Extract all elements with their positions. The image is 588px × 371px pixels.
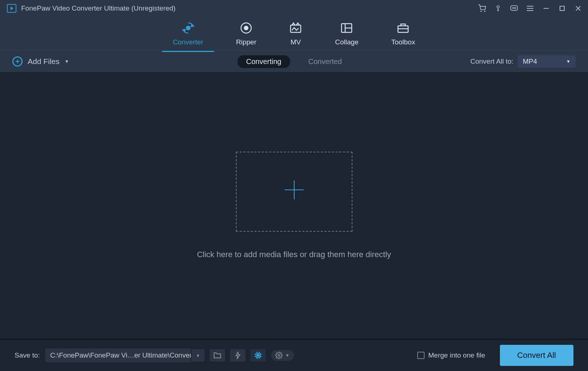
add-files-label: Add Files	[28, 57, 60, 66]
tab-mv[interactable]: MV	[289, 21, 302, 46]
title-bar: FonePaw Video Converter Ultimate (Unregi…	[0, 0, 588, 17]
add-files-button[interactable]: + Add Files ▼	[12, 56, 69, 67]
app-title: FonePaw Video Converter Ultimate (Unregi…	[21, 4, 478, 12]
svg-marker-19	[191, 24, 194, 27]
key-icon[interactable]	[494, 4, 502, 12]
drop-text: Click here to add media files or drag th…	[197, 250, 391, 259]
converter-icon	[182, 21, 195, 35]
svg-point-2	[481, 11, 481, 12]
chevron-down-icon: ▼	[196, 353, 200, 358]
ripper-icon	[240, 21, 253, 35]
bottom-bar: Save to: C:\FonePaw\FonePaw Vi…er Ultima…	[0, 339, 588, 371]
main-tabs: Converter Ripper MV Collage	[0, 17, 588, 51]
svg-point-8	[512, 8, 513, 8]
svg-point-9	[514, 8, 514, 8]
svg-point-22	[244, 26, 248, 30]
app-logo-icon	[6, 3, 17, 14]
menu-icon[interactable]	[526, 4, 534, 12]
svg-point-3	[484, 11, 485, 12]
convert-all-button[interactable]: Convert All	[500, 345, 573, 366]
hw-accel-button[interactable]	[250, 349, 266, 362]
tab-collage-label: Collage	[335, 38, 358, 46]
plus-icon	[283, 178, 306, 205]
converted-pill[interactable]: Converted	[300, 55, 351, 68]
svg-point-18	[186, 26, 190, 30]
svg-rect-15	[560, 6, 564, 11]
merge-label: Merge into one file	[428, 351, 485, 359]
svg-marker-20	[183, 29, 185, 32]
dropzone[interactable]	[236, 152, 352, 232]
tab-ripper-label: Ripper	[236, 38, 256, 46]
svg-point-4	[497, 6, 500, 8]
tab-collage[interactable]: Collage	[335, 21, 358, 46]
save-to-label: Save to:	[15, 351, 40, 359]
checkbox-icon	[417, 352, 425, 359]
svg-marker-1	[11, 7, 13, 10]
close-icon[interactable]	[574, 4, 582, 12]
cart-icon[interactable]	[478, 4, 486, 12]
svg-marker-31	[236, 352, 240, 359]
tab-ripper[interactable]: Ripper	[236, 21, 256, 46]
tab-toolbox-label: Toolbox	[391, 38, 415, 46]
minimize-icon[interactable]	[542, 4, 550, 12]
format-value: MP4	[523, 57, 537, 65]
convert-all-to-label: Convert All to:	[470, 57, 513, 65]
convert-all-to: Convert All to: MP4 ▼	[470, 55, 576, 68]
feedback-icon[interactable]	[510, 4, 518, 12]
gear-icon	[275, 352, 283, 359]
lightning-off-button[interactable]	[230, 349, 245, 362]
sub-toolbar: + Add Files ▼ Converting Converted Conve…	[0, 51, 588, 72]
toolbox-icon	[396, 21, 410, 35]
settings-button[interactable]: ▼	[271, 350, 294, 361]
content-area: Click here to add media files or drag th…	[0, 72, 588, 339]
status-pills: Converting Converted	[237, 55, 351, 68]
tab-mv-label: MV	[291, 38, 301, 46]
save-path-field[interactable]: C:\FonePaw\FonePaw Vi…er Ultimate\Conver…	[45, 348, 191, 362]
mv-icon	[289, 21, 302, 35]
add-plus-icon: +	[12, 56, 23, 67]
collage-icon	[340, 21, 353, 35]
converting-pill[interactable]: Converting	[237, 55, 290, 68]
svg-point-10	[515, 8, 516, 8]
maximize-icon[interactable]	[558, 4, 566, 12]
tab-converter-label: Converter	[173, 38, 203, 46]
chevron-down-icon: ▼	[65, 59, 69, 64]
title-controls	[478, 4, 582, 12]
save-path-dropdown[interactable]: ▼	[192, 349, 205, 362]
tab-converter[interactable]: Converter	[173, 21, 203, 46]
svg-rect-33	[257, 354, 259, 356]
svg-point-42	[278, 355, 280, 356]
chevron-down-icon: ▼	[566, 59, 571, 64]
open-folder-button[interactable]	[210, 349, 225, 362]
merge-checkbox[interactable]: Merge into one file	[417, 351, 485, 359]
tab-toolbox[interactable]: Toolbox	[391, 21, 415, 46]
format-select[interactable]: MP4 ▼	[518, 55, 576, 68]
chevron-down-icon: ▼	[285, 353, 290, 358]
